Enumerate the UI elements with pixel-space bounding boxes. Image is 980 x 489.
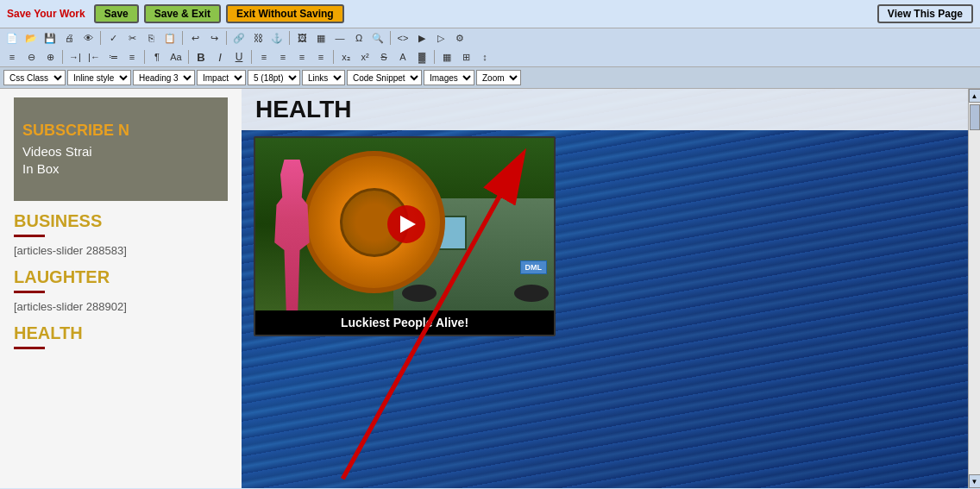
italic-icon[interactable]: I (211, 49, 229, 65)
health-section: HEALTH (242, 89, 968, 488)
misc-icon[interactable]: ⚙ (451, 30, 468, 46)
health-sidebar-section: HEALTH (14, 323, 228, 349)
paragraph-icon[interactable]: ¶ (148, 49, 166, 65)
anchor-icon[interactable]: ⚓ (268, 30, 286, 46)
css-class-select[interactable]: Css Class (3, 70, 66, 85)
zoom-out-icon[interactable]: ⊖ (22, 49, 40, 65)
health-title-bar: HEALTH (242, 89, 968, 130)
main-content: HEALTH (242, 89, 968, 488)
save-button[interactable]: Save (94, 4, 139, 23)
sep7 (144, 50, 145, 64)
heading-select[interactable]: Heading 3 (133, 70, 195, 85)
open-icon[interactable]: 📂 (22, 30, 40, 46)
table-icon[interactable]: ▦ (312, 30, 330, 46)
redo-icon[interactable]: ↪ (205, 30, 223, 46)
view-page-button[interactable]: View This Page (877, 4, 973, 23)
sep10 (333, 50, 334, 64)
save-exit-button[interactable]: Save & Exit (144, 4, 221, 23)
indent-icon[interactable]: →| (66, 49, 84, 65)
code-select[interactable]: Code Snippet (347, 70, 422, 85)
list-ul-icon[interactable]: ≡ (123, 49, 141, 65)
bgcolor-icon[interactable]: ▓ (413, 49, 430, 65)
font-select[interactable]: Impact (197, 70, 246, 85)
laughter-title: LAUGHTER (14, 267, 228, 287)
align-left-icon[interactable]: ≡ (255, 49, 273, 65)
scrollbar: ▲ ▼ (968, 89, 980, 488)
cut-icon[interactable]: ✂ (123, 30, 141, 46)
format-icon[interactable]: Aa (167, 49, 185, 65)
sub-icon[interactable]: x₂ (337, 49, 355, 65)
sep5 (390, 31, 391, 45)
play-button[interactable] (387, 205, 425, 243)
links-select[interactable]: Links (302, 70, 345, 85)
toolbar-row-1: 📄 📂 💾 🖨 👁 ✓ ✂ ⎘ 📋 ↩ ↪ 🔗 ⛓ ⚓ 🖼 ▦ — Ω 🔍 <>… (0, 28, 980, 47)
exit-button[interactable]: Exit Without Saving (226, 4, 344, 23)
health-sidebar-title: HEALTH (14, 323, 228, 343)
table2-icon[interactable]: ▦ (438, 49, 455, 65)
scroll-down-button[interactable]: ▼ (969, 474, 981, 488)
strike-icon[interactable]: S (375, 49, 393, 65)
preview-icon[interactable]: 👁 (79, 30, 97, 46)
zoom-in-icon[interactable]: ⊕ (41, 49, 59, 65)
business-title: BUSINESS (14, 211, 228, 231)
laughter-divider (14, 291, 45, 293)
underline-icon[interactable]: U (230, 49, 248, 65)
sep2 (182, 31, 183, 45)
business-shortcode: [articles-slider 288583] (14, 244, 228, 257)
sep6 (62, 50, 63, 64)
subscribe-title: SUBSCRIBE N (22, 122, 219, 140)
sep9 (251, 50, 252, 64)
align-center-icon[interactable]: ≡ (274, 49, 292, 65)
dml-badge: DML (520, 260, 548, 274)
sep11 (434, 50, 435, 64)
bold-icon[interactable]: B (192, 49, 210, 65)
health-divider (14, 347, 45, 349)
align-justify-icon[interactable]: ≡ (312, 49, 330, 65)
play-triangle-icon (400, 216, 416, 233)
color-icon[interactable]: A (394, 49, 411, 65)
list-ol-icon[interactable]: ≔ (104, 49, 122, 65)
scroll-track (969, 103, 981, 474)
new-doc-icon[interactable]: 📄 (3, 30, 21, 46)
source-icon[interactable]: <> (394, 30, 411, 46)
scroll-thumb[interactable] (970, 104, 980, 130)
video-caption: Luckiest People Alive! (255, 310, 554, 335)
inline-style-select[interactable]: Inline style (67, 70, 131, 85)
copy-icon[interactable]: ⎘ (142, 30, 160, 46)
undo-icon[interactable]: ↩ (186, 30, 204, 46)
grid-icon[interactable]: ⊞ (457, 49, 474, 65)
top-bar: Save Your Work Save Save & Exit Exit Wit… (0, 0, 980, 28)
image-icon[interactable]: 🖼 (293, 30, 311, 46)
scroll-up-button[interactable]: ▲ (969, 89, 981, 103)
size-select[interactable]: 5 (18pt) (248, 70, 300, 85)
truck-wheel-right (514, 285, 549, 302)
laughter-shortcode: [articles-slider 288902] (14, 300, 228, 313)
paste-icon[interactable]: 📋 (161, 30, 179, 46)
sep3 (226, 31, 227, 45)
outdent-icon[interactable]: |← (85, 49, 103, 65)
truck-wheel-left (402, 285, 437, 302)
zoom-select[interactable]: Zoom (476, 70, 521, 85)
subscribe-box: SUBSCRIBE N Videos StraiIn Box (14, 97, 228, 201)
sep1 (100, 31, 101, 45)
spell-icon[interactable]: ✓ (104, 30, 122, 46)
sup-icon[interactable]: x² (356, 49, 374, 65)
link-icon[interactable]: 🔗 (230, 30, 248, 46)
save-doc-icon[interactable]: 💾 (41, 30, 59, 46)
find-icon[interactable]: 🔍 (369, 30, 386, 46)
hr-icon[interactable]: — (331, 30, 349, 46)
unlink-icon[interactable]: ⛓ (249, 30, 267, 46)
editor-area: SUBSCRIBE N Videos StraiIn Box BUSINESS … (0, 89, 980, 488)
left-sidebar: SUBSCRIBE N Videos StraiIn Box BUSINESS … (0, 89, 242, 488)
business-section: BUSINESS [articles-slider 288583] (14, 211, 228, 257)
special-char-icon[interactable]: Ω (350, 30, 368, 46)
media-icon[interactable]: ▶ (413, 30, 430, 46)
more-icon[interactable]: ≡ (3, 49, 21, 65)
toolbar-row-2: ≡ ⊖ ⊕ →| |← ≔ ≡ ¶ Aa B I U ≡ ≡ ≡ ≡ x₂ x²… (0, 47, 980, 66)
images-select[interactable]: Images (424, 70, 474, 85)
arrow-icon[interactable]: ↕ (476, 49, 493, 65)
youtube-icon[interactable]: ▷ (432, 30, 449, 46)
video-card[interactable]: DML Luckiest People Alive! (254, 136, 556, 336)
print-icon[interactable]: 🖨 (60, 30, 78, 46)
align-right-icon[interactable]: ≡ (293, 49, 311, 65)
